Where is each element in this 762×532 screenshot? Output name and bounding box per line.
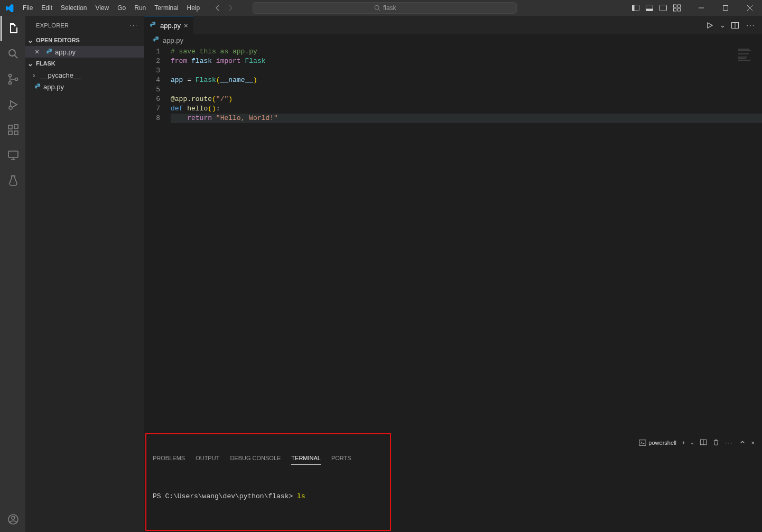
svg-rect-10 (723, 6, 728, 11)
testing-icon[interactable] (1, 168, 26, 193)
svg-point-14 (15, 78, 18, 81)
svg-rect-9 (678, 8, 681, 11)
line-numbers: 12345678 (144, 46, 171, 433)
search-text: flask (383, 4, 396, 12)
minimap[interactable] (738, 49, 754, 75)
run-file-button[interactable] (703, 18, 717, 32)
terminal-type-icon[interactable]: powershell (639, 439, 676, 446)
svg-point-15 (9, 106, 12, 109)
svg-point-13 (9, 82, 12, 85)
panel-tab-ports[interactable]: PORTS (331, 452, 351, 464)
close-tab-icon[interactable]: × (184, 22, 188, 30)
svg-point-0 (375, 5, 379, 10)
svg-rect-19 (14, 125, 18, 128)
panel-tab-problems[interactable]: PROBLEMS (153, 452, 185, 464)
extensions-icon[interactable] (1, 117, 26, 143)
panel-tab-output[interactable]: OUTPUT (196, 452, 219, 464)
folder-item[interactable]: › __pycache__ (25, 69, 144, 81)
nav-forward-icon[interactable] (224, 4, 237, 12)
editor-tabs: app.py × ⌄ ··· (144, 16, 762, 34)
explorer-title: EXPLORER (36, 22, 69, 29)
file-item[interactable]: app.py (25, 81, 144, 92)
layout-panel-icon[interactable] (644, 2, 655, 14)
search-icon[interactable] (1, 41, 26, 67)
breadcrumb[interactable]: app.py (144, 34, 762, 46)
panel-tab-terminal[interactable]: TERMINAL (291, 452, 321, 465)
python-file-icon (150, 21, 157, 30)
accounts-icon[interactable] (1, 507, 26, 532)
close-icon[interactable]: × (35, 48, 44, 56)
svg-rect-16 (8, 125, 12, 129)
title-bar: File Edit Selection View Go Run Terminal… (0, 0, 762, 16)
nav-back-icon[interactable] (211, 4, 224, 12)
menu-run[interactable]: Run (130, 1, 150, 15)
code-editor[interactable]: 12345678 # save this as app.py from flas… (144, 46, 762, 433)
explorer-icon[interactable] (1, 16, 26, 41)
window-close-button[interactable] (738, 0, 762, 16)
svg-rect-4 (646, 9, 653, 11)
menu-edit[interactable]: Edit (37, 1, 57, 15)
remote-explorer-icon[interactable] (1, 143, 26, 168)
chevron-down-icon: ⌄ (27, 60, 36, 68)
chevron-down-icon: ⌄ (27, 36, 36, 44)
layout-sidebar-left-icon[interactable] (630, 2, 642, 14)
svg-rect-6 (674, 5, 676, 7)
window-maximize-button[interactable] (713, 0, 738, 16)
svg-rect-7 (678, 5, 681, 7)
more-terminal-icon[interactable]: ··· (725, 440, 733, 446)
svg-rect-24 (639, 440, 646, 445)
code-content[interactable]: # save this as app.py from flask import … (171, 46, 762, 433)
editor-tab[interactable]: app.py × (144, 16, 193, 34)
python-file-icon (153, 36, 160, 45)
explorer-sidebar: EXPLORER ··· ⌄ OPEN EDITORS × app.py ⌄ F… (25, 16, 144, 532)
svg-rect-20 (8, 151, 18, 157)
window-minimize-button[interactable] (689, 0, 713, 16)
split-terminal-icon[interactable] (700, 438, 707, 447)
vscode-logo-icon (0, 4, 18, 12)
menu-view[interactable]: View (91, 1, 113, 15)
menu-terminal[interactable]: Terminal (150, 1, 182, 15)
command-center-search[interactable]: flask (253, 2, 517, 14)
open-editors-section[interactable]: ⌄ OPEN EDITORS (25, 34, 144, 46)
run-dropdown-icon[interactable]: ⌄ (719, 18, 726, 32)
run-debug-icon[interactable] (1, 92, 26, 117)
activity-bar (0, 16, 25, 532)
terminal-dropdown-icon[interactable]: ⌄ (690, 440, 694, 445)
svg-rect-2 (633, 5, 635, 11)
svg-point-12 (9, 74, 12, 77)
open-editor-item[interactable]: × app.py (25, 46, 144, 58)
menu-help[interactable]: Help (183, 1, 205, 15)
terminal-output[interactable]: PS C:\Users\wang\dev\python\flask> ls 目录… (146, 482, 390, 530)
menu-selection[interactable]: Selection (57, 1, 91, 15)
menu-file[interactable]: File (18, 1, 37, 15)
more-actions-icon[interactable]: ··· (744, 18, 758, 32)
svg-point-22 (12, 516, 15, 519)
layout-sidebar-right-icon[interactable] (657, 2, 669, 14)
svg-rect-17 (8, 131, 12, 135)
maximize-panel-icon[interactable] (739, 438, 746, 447)
python-file-icon (44, 48, 55, 55)
svg-point-11 (9, 50, 15, 56)
svg-rect-8 (674, 8, 676, 11)
project-section[interactable]: ⌄ FLASK (25, 58, 144, 69)
source-control-icon[interactable] (1, 67, 26, 92)
chevron-right-icon: › (33, 71, 40, 79)
customize-layout-icon[interactable] (671, 2, 683, 14)
terminal-panel: PROBLEMS OUTPUT DEBUG CONSOLE TERMINAL P… (145, 433, 391, 531)
new-terminal-icon[interactable]: + (682, 440, 685, 446)
menu-go[interactable]: Go (113, 1, 130, 15)
split-editor-icon[interactable] (728, 18, 742, 32)
more-icon[interactable]: ··· (130, 22, 138, 29)
panel-tab-debug[interactable]: DEBUG CONSOLE (230, 452, 281, 464)
kill-terminal-icon[interactable] (712, 438, 720, 447)
svg-rect-5 (660, 5, 667, 11)
svg-rect-18 (14, 131, 18, 135)
close-panel-icon[interactable]: × (751, 440, 755, 446)
python-file-icon (33, 83, 43, 90)
